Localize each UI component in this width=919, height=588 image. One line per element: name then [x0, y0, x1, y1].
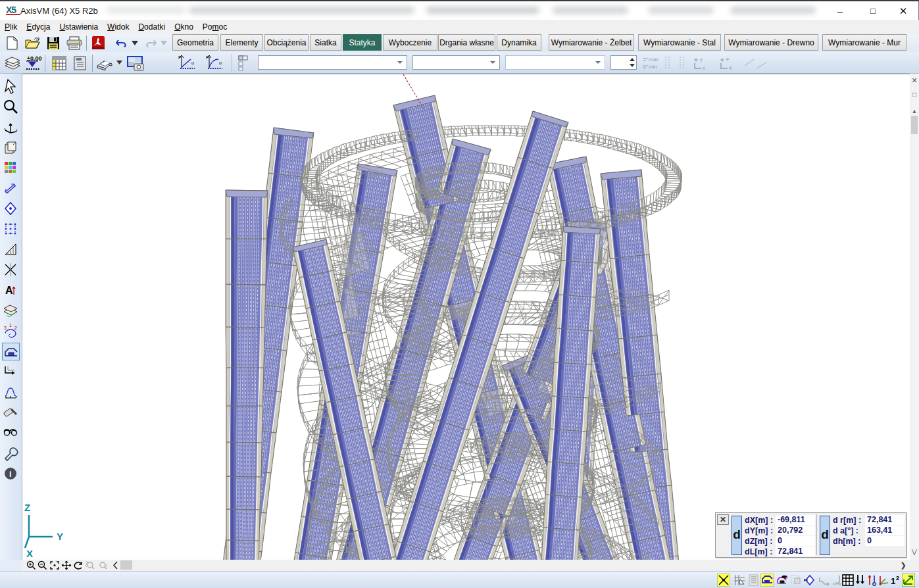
svg-text:2: 2: [896, 575, 899, 581]
svg-text:A: A: [5, 285, 13, 296]
svg-text:X: X: [26, 548, 33, 559]
svg-text:1: 1: [9, 323, 12, 328]
svg-text:u: u: [191, 61, 194, 65]
svg-text:Z: Z: [24, 502, 30, 513]
svg-text:2: 2: [14, 326, 17, 330]
svg-text:3: 3: [4, 326, 7, 330]
svg-text:min: min: [649, 64, 657, 70]
svg-text:u: u: [219, 61, 222, 65]
svg-text:y: y: [700, 57, 703, 62]
svg-text:F: F: [726, 57, 730, 62]
svg-text:1: 1: [891, 576, 895, 586]
svg-text:Y: Y: [57, 531, 63, 542]
svg-text:4: 4: [729, 65, 732, 71]
svg-text:max: max: [649, 57, 658, 62]
svg-text:i: i: [9, 469, 12, 479]
svg-text:x: x: [703, 65, 705, 71]
